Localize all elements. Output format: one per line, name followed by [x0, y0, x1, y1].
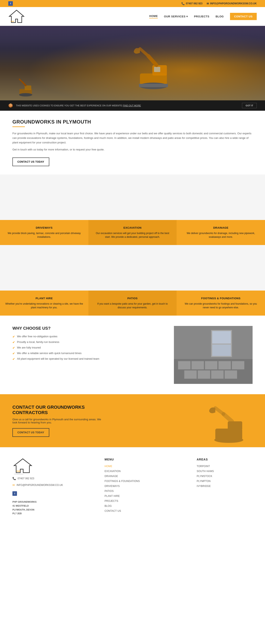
service-driveways[interactable]: DRIVEWAYS We provide block paving, tarma… — [0, 220, 88, 245]
service-excavation[interactable]: EXCAVATION Our excavation services will … — [88, 220, 177, 245]
footer-menu-plant-hire[interactable]: PLANT HIRE — [104, 494, 188, 498]
svg-line-32 — [215, 408, 224, 414]
footer-menu-home[interactable]: HOME — [104, 464, 188, 468]
footer-logo: PHP GROUNDWORKS — [12, 458, 33, 474]
footer-menu-driveways[interactable]: DRIVEWAYS — [104, 484, 188, 488]
footer-menu-footings[interactable]: FOOTINGS & FOUNDATIONS — [104, 479, 188, 482]
header: PHP GROUNDWORKS HOME OUR SERVICES ▾ PROJ… — [0, 7, 265, 26]
svg-line-13 — [20, 79, 22, 82]
contact-orange-button[interactable]: CONTACT US TODAY — [12, 428, 49, 437]
page-title: GROUNDWORKS IN PLYMOUTH — [12, 119, 252, 125]
why-item-4: ✔ We offer a reliable service with quick… — [12, 352, 166, 355]
svg-rect-21 — [232, 361, 244, 370]
service-drainage[interactable]: DRAINAGE We deliver groundworks for drai… — [176, 220, 265, 245]
why-image — [174, 326, 252, 384]
footer-menu-blog[interactable]: BLOG — [104, 504, 188, 508]
footer-menu-drainage[interactable]: DRAINAGE — [104, 474, 188, 478]
contact-orange-title: CONTACT OUR GROUNDWORKS CONTRACTORS — [12, 404, 116, 415]
nav-blog[interactable]: BLOG — [216, 15, 224, 18]
contact-orange-text: Give us a call for groundworks in Plymou… — [12, 418, 106, 424]
svg-rect-20 — [218, 361, 231, 370]
svg-rect-25 — [225, 370, 237, 379]
footer: PHP GROUNDWORKS 📞 07407 062 923 ✉ INFO@P… — [0, 447, 265, 522]
cookie-find-out-more[interactable]: FIND OUT MORE — [123, 104, 141, 107]
footer-col-2: MENU HOME EXCAVATION DRAINAGE FOOTINGS &… — [104, 458, 188, 516]
topbar-phone[interactable]: 📞 07407 062 923 — [181, 2, 202, 5]
main-content: GROUNDWORKS IN PLYMOUTH For groundworks … — [0, 111, 265, 174]
footer-menu: HOME EXCAVATION DRAINAGE FOOTINGS & FOUN… — [104, 464, 188, 512]
dropdown-arrow-icon: ▾ — [186, 15, 188, 18]
svg-rect-23 — [198, 370, 210, 379]
svg-line-12 — [22, 82, 26, 86]
nav-projects[interactable]: PROJECTS — [194, 15, 209, 18]
intro-paragraph-2: Get in touch with us today for more info… — [12, 147, 252, 152]
footer-facebook-icon[interactable]: f — [12, 491, 17, 496]
footer-grid: PHP GROUNDWORKS 📞 07407 062 923 ✉ INFO@P… — [12, 458, 252, 516]
footer-menu-patios[interactable]: PATIOS — [104, 489, 188, 492]
logo[interactable]: PHP GROUNDWORKS — [8, 9, 25, 24]
footer-email[interactable]: ✉ INFO@PHPGROUNDWORKSSW.CO.UK — [12, 484, 96, 487]
check-icon-3: ✔ — [12, 346, 15, 350]
footer-menu-contact[interactable]: CONTACT US — [104, 509, 188, 512]
check-icon-4: ✔ — [12, 352, 15, 355]
why-item-1: ✔ We offer free no-obligation quotes — [12, 335, 166, 338]
footer-phone[interactable]: 📞 07407 062 923 — [12, 477, 96, 480]
svg-rect-22 — [184, 370, 197, 379]
excavator-small-icon — [13, 78, 38, 98]
why-item-3: ✔ We are fully insured — [12, 346, 166, 350]
nav-contact[interactable]: CONTACT US — [230, 13, 257, 20]
nav-services[interactable]: OUR SERVICES ▾ — [164, 15, 188, 18]
nav-home[interactable]: HOME — [149, 14, 158, 18]
footer-menu-projects[interactable]: PROJECTS — [104, 499, 188, 502]
why-checklist: ✔ We offer free no-obligation quotes ✔ P… — [12, 335, 166, 361]
svg-text:GROUNDWORKS: GROUNDWORKS — [14, 474, 24, 474]
footer-email-icon: ✉ — [12, 484, 15, 487]
services-grid-row2: PLANT HIRE Whether you're undertaking re… — [0, 290, 265, 316]
cookie-got-it-button[interactable]: GOT IT — [242, 103, 257, 108]
svg-text:PHP: PHP — [11, 20, 14, 22]
svg-rect-17 — [178, 361, 190, 370]
top-bar: f 📞 07407 062 923 ✉ INFO@PHPGROUNDWORKSS… — [0, 0, 265, 7]
footer-area-ivybridge[interactable]: IVYBRIDGE — [197, 484, 252, 488]
footer-address: PHP GROUNDWORKS 41 WESTFIELD PLYMOUTH, D… — [12, 500, 96, 516]
intro-paragraph-1: For groundworks in Plymouth, make our lo… — [12, 131, 252, 145]
footer-col-1: PHP GROUNDWORKS 📞 07407 062 923 ✉ INFO@P… — [12, 458, 96, 516]
topbar-left: f — [8, 1, 13, 6]
svg-rect-28 — [212, 344, 231, 356]
cloud-overlay — [0, 26, 265, 63]
topbar-contact: 📞 07407 062 923 ✉ INFO@PHPGROUNDWORKSSW.… — [181, 2, 257, 5]
check-icon-1: ✔ — [12, 335, 15, 338]
hero-background — [0, 26, 265, 100]
cookie-bar: 🍪 THIS WEBSITE USES COOKIES TO ENSURE YO… — [0, 100, 265, 111]
footer-area-torpoint[interactable]: TORPOINT — [197, 464, 252, 468]
facebook-icon[interactable]: f — [8, 1, 13, 6]
footer-area-south-hams[interactable]: SOUTH HAMS — [197, 469, 252, 473]
check-icon-2: ✔ — [12, 340, 15, 344]
service-plant-hire[interactable]: PLANT HIRE Whether you're undertaking re… — [0, 290, 88, 316]
why-title: WHY CHOOSE US? — [12, 326, 166, 331]
hero-section — [0, 26, 265, 100]
footer-area-plymstock[interactable]: PLYMSTOCK — [197, 474, 252, 478]
footer-menu-excavation[interactable]: EXCAVATION — [104, 469, 188, 473]
svg-rect-30 — [228, 421, 242, 430]
why-item-2: ✔ Proudly a local, family-run business — [12, 340, 166, 344]
svg-rect-24 — [211, 370, 224, 379]
svg-rect-19 — [205, 361, 218, 370]
phone-icon: 📞 — [181, 2, 185, 5]
service-patios[interactable]: PATIOS If you want a bespoke patio area … — [88, 290, 177, 316]
why-item-5: ✔ All plant equipment will be operated b… — [12, 357, 166, 361]
gray-spacer-2 — [0, 245, 265, 290]
footer-phone-icon: 📞 — [12, 477, 16, 480]
why-choose-us-section: WHY CHOOSE US? ✔ We offer free no-obliga… — [0, 316, 265, 394]
contact-orange-section: CONTACT OUR GROUNDWORKS CONTRACTORS Give… — [0, 394, 265, 447]
email-icon: ✉ — [206, 2, 209, 5]
title-underline — [12, 126, 25, 127]
cookie-text: THIS WEBSITE USES COOKIES TO ENSURE YOU … — [16, 104, 239, 107]
svg-rect-27 — [212, 331, 231, 344]
contact-us-today-button[interactable]: CONTACT US TODAY — [12, 158, 49, 166]
topbar-email[interactable]: ✉ INFO@PHPGROUNDWORKSSW.CO.UK — [206, 2, 257, 5]
svg-rect-18 — [192, 361, 204, 370]
footer-area-plympton[interactable]: PLYMPTON — [197, 479, 252, 482]
svg-text:PHP: PHP — [16, 470, 20, 472]
service-footings[interactable]: FOOTINGS & FOUNDATIONS We can provide gr… — [176, 290, 265, 316]
